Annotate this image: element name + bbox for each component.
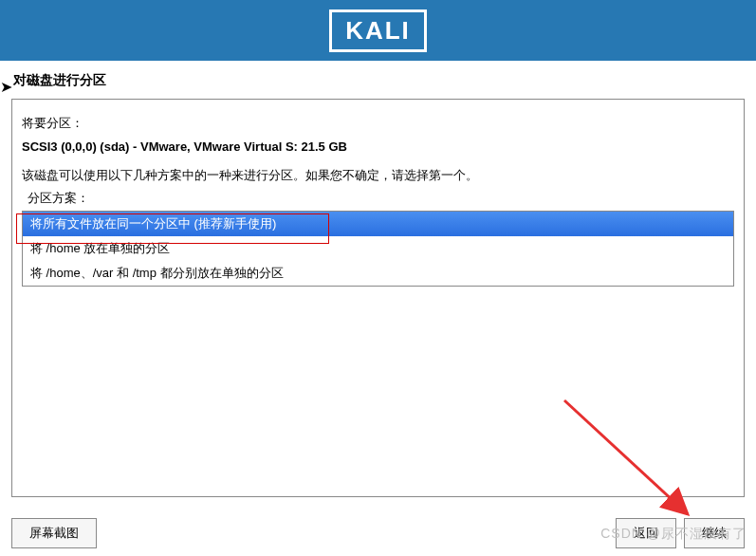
scheme-option-all-in-one[interactable]: 将所有文件放在同一个分区中 (推荐新手使用)	[23, 212, 733, 236]
scheme-description: 该磁盘可以使用以下几种方案中的一种来进行分区。如果您不确定，请选择第一个。	[22, 167, 734, 184]
footer-button-bar: 屏幕截图 返回 继续	[11, 518, 745, 548]
scheme-option-list: 将所有文件放在同一个分区中 (推荐新手使用) 将 /home 放在单独的分区 将…	[22, 211, 734, 287]
scheme-label: 分区方案：	[28, 190, 734, 207]
back-button[interactable]: 返回	[616, 518, 676, 548]
scheme-option-separate-home-var-tmp[interactable]: 将 /home、/var 和 /tmp 都分别放在单独的分区	[23, 261, 733, 286]
page-title: 对磁盘进行分区	[0, 61, 756, 99]
continue-button[interactable]: 继续	[684, 518, 745, 548]
header-banner: KALI	[0, 0, 756, 61]
scheme-option-separate-home[interactable]: 将 /home 放在单独的分区	[23, 236, 733, 261]
screenshot-button[interactable]: 屏幕截图	[11, 518, 97, 548]
kali-logo: KALI	[329, 9, 427, 52]
main-panel: 将要分区： SCSI3 (0,0,0) (sda) - VMware, VMwa…	[11, 99, 745, 497]
disk-info: SCSI3 (0,0,0) (sda) - VMware, VMware Vir…	[22, 139, 734, 154]
partition-label: 将要分区：	[22, 115, 734, 132]
